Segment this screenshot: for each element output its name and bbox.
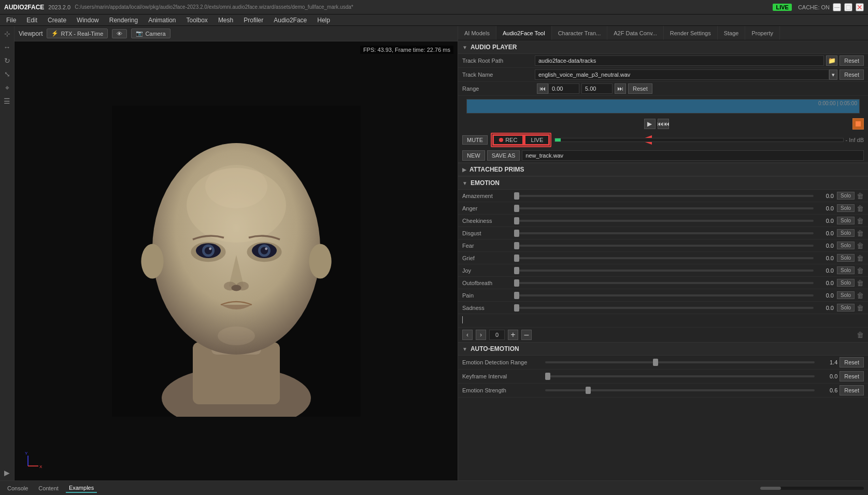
anger-delete-button[interactable]: 🗑	[857, 204, 864, 213]
maximize-button[interactable]: □	[844, 3, 852, 11]
tab-a2f-data-conv[interactable]: A2F Data Conv...	[607, 26, 664, 40]
tool-select[interactable]: ⊹	[2, 28, 13, 39]
menu-create[interactable]: Create	[44, 16, 70, 25]
range-reset-button[interactable]: Reset	[628, 83, 652, 94]
fear-thumb[interactable]	[514, 242, 519, 249]
new-button[interactable]: NEW	[462, 150, 485, 161]
keyframe-thumb[interactable]	[545, 373, 550, 380]
amazement-solo-button[interactable]: Solo	[837, 192, 855, 200]
tool-scale[interactable]: ⤡	[2, 68, 13, 80]
joy-solo-button[interactable]: Solo	[837, 266, 855, 274]
sadness-thumb[interactable]	[514, 304, 519, 312]
mute-button[interactable]: MUTE	[462, 135, 488, 145]
joy-thumb[interactable]	[514, 267, 519, 274]
amazement-thumb[interactable]	[514, 192, 519, 200]
menu-window[interactable]: Window	[73, 16, 103, 25]
disgust-solo-button[interactable]: Solo	[837, 229, 855, 237]
minimize-button[interactable]: ─	[833, 3, 841, 11]
pain-solo-button[interactable]: Solo	[837, 291, 855, 299]
tab-audio2face-tool[interactable]: Audio2Face Tool	[496, 26, 552, 40]
audio-player-section-header[interactable]: ▼ AUDIO PLAYER	[458, 40, 868, 54]
grief-solo-button[interactable]: Solo	[837, 254, 855, 262]
menu-profiler[interactable]: Profiler	[239, 16, 267, 25]
tool-move[interactable]: ↔	[2, 41, 13, 53]
tab-character-tran[interactable]: Character Tran...	[552, 26, 608, 40]
range-start-button[interactable]: ⏮	[537, 83, 548, 94]
save-as-input[interactable]	[522, 150, 864, 161]
bottom-tab-console[interactable]: Console	[4, 484, 31, 492]
remove-emotion-button[interactable]: –	[521, 330, 532, 340]
tab-ai-models[interactable]: AI Models	[458, 26, 496, 40]
clear-emotions-button[interactable]: 🗑	[857, 331, 864, 339]
menu-rendering[interactable]: Rendering	[105, 16, 142, 25]
outofbreath-thumb[interactable]	[514, 279, 519, 287]
scroll-bar[interactable]	[760, 487, 864, 490]
tool-rotate[interactable]: ↻	[2, 55, 13, 66]
track-name-input[interactable]	[535, 69, 829, 80]
audio-timeline[interactable]: 0:00:00 | 0:05:00	[466, 99, 860, 114]
sadness-solo-button[interactable]: Solo	[837, 304, 855, 312]
rtx-mode-button[interactable]: ⚡ RTX - Real-Time	[47, 29, 108, 38]
track-name-reset-button[interactable]: Reset	[839, 69, 864, 80]
menu-audio2face[interactable]: Audio2Face	[269, 16, 311, 25]
tab-render-settings[interactable]: Render Settings	[664, 26, 718, 40]
grief-thumb[interactable]	[514, 254, 519, 262]
strength-thumb[interactable]	[586, 387, 591, 394]
cheekiness-solo-button[interactable]: Solo	[837, 217, 855, 224]
add-emotion-button[interactable]: +	[508, 330, 518, 340]
detection-range-thumb[interactable]	[653, 359, 658, 366]
cheekiness-thumb[interactable]	[514, 217, 519, 224]
joy-delete-button[interactable]: 🗑	[857, 266, 864, 275]
track-name-dropdown-button[interactable]: ▾	[829, 69, 837, 80]
menu-help[interactable]: Help	[313, 16, 334, 25]
amazement-delete-button[interactable]: 🗑	[857, 192, 864, 200]
camera-button[interactable]: 📷 Camera	[131, 29, 170, 38]
close-button[interactable]: ✕	[856, 3, 864, 11]
transport-stop-button[interactable]	[852, 118, 864, 130]
pain-delete-button[interactable]: 🗑	[857, 291, 864, 300]
prev-page-button[interactable]: ‹	[462, 330, 473, 340]
range-end-button[interactable]: ⏭	[615, 83, 626, 94]
tab-stage[interactable]: Stage	[718, 26, 746, 40]
range-start-input[interactable]	[548, 83, 579, 94]
menu-animation[interactable]: Animation	[144, 16, 180, 25]
rec-button[interactable]: REC	[493, 135, 523, 145]
pain-thumb[interactable]	[514, 292, 519, 299]
anger-thumb[interactable]	[514, 205, 519, 212]
track-root-input[interactable]	[535, 55, 824, 66]
next-page-button[interactable]: ›	[476, 330, 486, 340]
tool-play[interactable]: ▶	[2, 467, 13, 478]
detection-range-reset-button[interactable]: Reset	[839, 357, 864, 367]
sadness-delete-button[interactable]: 🗑	[857, 304, 864, 312]
tool-zoom[interactable]: ⌖	[2, 82, 13, 93]
outofbreath-delete-button[interactable]: 🗑	[857, 279, 864, 287]
disgust-delete-button[interactable]: 🗑	[857, 229, 864, 237]
tab-property[interactable]: Property	[745, 26, 780, 40]
fear-delete-button[interactable]: 🗑	[857, 242, 864, 250]
tool-pan[interactable]: ☰	[2, 95, 13, 107]
strength-reset-button[interactable]: Reset	[839, 385, 864, 395]
keyframe-reset-button[interactable]: Reset	[839, 371, 864, 381]
menu-edit[interactable]: Edit	[22, 16, 41, 25]
menu-mesh[interactable]: Mesh	[214, 16, 237, 25]
viewport-options-button[interactable]: 👁	[112, 29, 127, 38]
menu-file[interactable]: File	[2, 16, 20, 25]
transport-rewind-button[interactable]: ⏮⏮	[658, 119, 669, 129]
save-as-button[interactable]: SAVE AS	[487, 150, 520, 161]
scroll-thumb[interactable]	[760, 487, 781, 490]
disgust-thumb[interactable]	[514, 230, 519, 237]
page-number-input[interactable]	[489, 330, 505, 340]
range-end-input[interactable]	[581, 83, 613, 94]
transport-play-button[interactable]: ▶	[644, 119, 656, 129]
menu-toolbox[interactable]: Toolbox	[182, 16, 212, 25]
bottom-tab-examples[interactable]: Examples	[66, 484, 97, 493]
track-root-folder-button[interactable]: 📁	[826, 55, 837, 66]
bottom-tab-content[interactable]: Content	[35, 484, 62, 492]
emotion-section-header[interactable]: ▼ EMOTION	[458, 176, 868, 190]
live-button[interactable]: LIVE	[524, 135, 549, 145]
attached-prims-section-header[interactable]: ▶ ATTACHED PRIMS	[458, 163, 868, 176]
fear-solo-button[interactable]: Solo	[837, 242, 855, 249]
anger-solo-button[interactable]: Solo	[837, 204, 855, 212]
track-root-reset-button[interactable]: Reset	[839, 55, 864, 66]
auto-emotion-section-header[interactable]: ▼ AUTO-EMOTION	[458, 342, 868, 356]
